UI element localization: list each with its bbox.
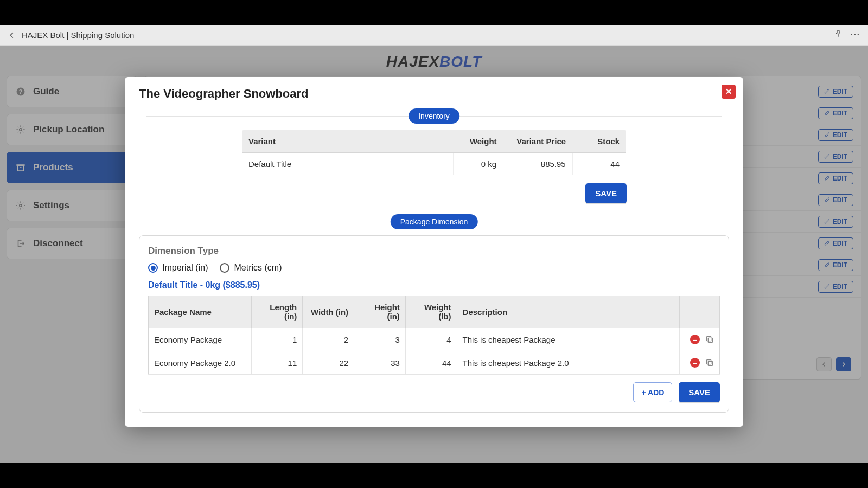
more-icon[interactable]: ··· <box>850 30 860 40</box>
radio-metrics-label: Metrics (cm) <box>234 263 282 273</box>
package-separator: Package Dimension <box>146 222 722 222</box>
delete-icon[interactable]: – <box>690 358 700 368</box>
pin-icon[interactable] <box>834 30 843 40</box>
cell-actions: – <box>680 351 720 375</box>
col-variant: Variant <box>242 130 454 153</box>
table-row: Default Title 0 kg 885.95 44 <box>242 153 627 176</box>
cell-description[interactable]: This is cheapest Package <box>457 328 680 351</box>
inventory-table: Variant Weight Variant Price Stock Defau… <box>241 130 627 176</box>
col-package-name: Package Name <box>149 296 252 328</box>
cell-width[interactable]: 2 <box>303 328 354 351</box>
product-modal: The Videographer Snowboard ✕ Inventory V… <box>125 77 743 427</box>
col-weight: Weight (lb) <box>405 296 457 328</box>
dimension-save-button[interactable]: SAVE <box>679 382 720 402</box>
col-height: Height (in) <box>354 296 406 328</box>
variant-link[interactable]: Default Title - 0kg ($885.95) <box>148 280 720 290</box>
app-body: HAJEXBOLT ? Guide Pickup Location Produc… <box>0 46 868 463</box>
svg-rect-8 <box>707 337 711 341</box>
cell-height[interactable]: 3 <box>354 328 406 351</box>
dimension-card: Dimension Type Imperial (in) Metrics (cm… <box>139 235 729 413</box>
svg-rect-7 <box>708 338 712 342</box>
dimension-radio-group: Imperial (in) Metrics (cm) <box>148 263 720 273</box>
modal-title: The Videographer Snowboard <box>139 87 729 101</box>
cell-package-name[interactable]: Economy Package <box>149 328 252 351</box>
svg-rect-10 <box>707 360 711 364</box>
package-table: Package Name Length (in) Width (in) Heig… <box>148 296 720 375</box>
cell-description[interactable]: This is cheapest Package 2.0 <box>457 351 680 375</box>
inventory-save-button[interactable]: SAVE <box>585 183 627 203</box>
cell-price[interactable]: 885.95 <box>503 153 573 176</box>
copy-icon[interactable] <box>705 358 714 367</box>
radio-metrics[interactable]: Metrics (cm) <box>220 263 282 273</box>
cell-package-name[interactable]: Economy Package 2.0 <box>149 351 252 375</box>
cell-weight[interactable]: 44 <box>405 351 457 375</box>
inventory-separator: Inventory <box>146 116 722 117</box>
col-actions <box>680 296 720 328</box>
col-length: Length (in) <box>251 296 303 328</box>
delete-icon[interactable]: – <box>690 335 700 344</box>
col-weight: Weight <box>453 130 503 153</box>
col-price: Variant Price <box>503 130 573 153</box>
col-stock: Stock <box>572 130 626 153</box>
title-bar: HAJEX Bolt | Shipping Solution ··· <box>0 25 868 46</box>
cell-length[interactable]: 11 <box>251 351 303 375</box>
cell-width[interactable]: 22 <box>303 351 354 375</box>
inventory-pill: Inventory <box>409 108 459 124</box>
col-width: Width (in) <box>303 296 354 328</box>
col-description: Description <box>457 296 680 328</box>
dimension-type-label: Dimension Type <box>148 246 720 256</box>
letterbox-bottom <box>0 463 868 488</box>
back-icon[interactable] <box>8 31 16 40</box>
cell-weight[interactable]: 0 kg <box>453 153 503 176</box>
cell-height[interactable]: 33 <box>354 351 406 375</box>
package-dimension-pill: Package Dimension <box>391 214 478 229</box>
cell-weight[interactable]: 4 <box>405 328 457 351</box>
title-bar-text: HAJEX Bolt | Shipping Solution <box>22 30 134 40</box>
add-package-button[interactable]: + ADD <box>633 382 672 402</box>
table-row: Economy Package 2.0 11 22 33 44 This is … <box>149 351 720 375</box>
modal-overlay: The Videographer Snowboard ✕ Inventory V… <box>0 46 868 463</box>
cell-variant: Default Title <box>242 153 454 176</box>
cell-length[interactable]: 1 <box>251 328 303 351</box>
app-frame: HAJEX Bolt | Shipping Solution ··· HAJEX… <box>0 25 868 463</box>
cell-stock[interactable]: 44 <box>572 153 626 176</box>
cell-actions: – <box>680 328 720 351</box>
svg-rect-9 <box>708 361 712 365</box>
close-button[interactable]: ✕ <box>722 85 736 99</box>
radio-imperial[interactable]: Imperial (in) <box>148 263 208 273</box>
copy-icon[interactable] <box>705 335 714 344</box>
letterbox-top <box>0 0 868 25</box>
radio-imperial-label: Imperial (in) <box>162 263 208 273</box>
table-row: Economy Package 1 2 3 4 This is cheapest… <box>149 328 720 351</box>
